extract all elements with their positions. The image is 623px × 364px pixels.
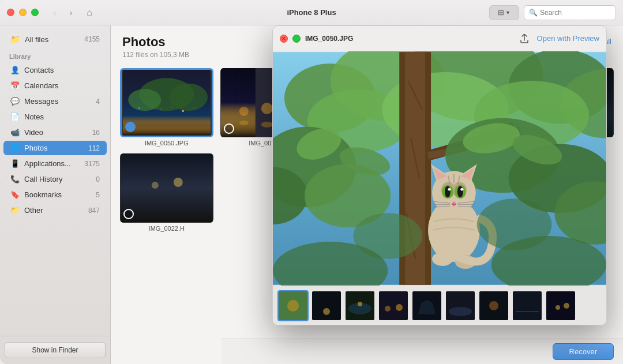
svg-point-109 bbox=[449, 307, 472, 316]
forward-button[interactable]: › bbox=[64, 6, 78, 20]
all-files-label: All files bbox=[25, 35, 80, 44]
thumbnail-8[interactable] bbox=[512, 290, 543, 321]
svg-point-41 bbox=[174, 178, 183, 187]
svg-point-8 bbox=[128, 89, 161, 111]
messages-count: 4 bbox=[96, 97, 100, 106]
thumbnail-3[interactable] bbox=[344, 290, 376, 321]
photos-label: Photos bbox=[24, 144, 84, 152]
svg-point-13 bbox=[261, 103, 272, 114]
search-bar: 🔍 bbox=[524, 5, 616, 20]
svg-point-111 bbox=[489, 301, 498, 310]
sidebar-item-video[interactable]: 📹 Video 16 bbox=[3, 125, 107, 140]
chevron-down-icon: ▼ bbox=[505, 10, 511, 16]
sidebar-item-applications[interactable]: 📱 Applications... 3175 bbox=[3, 156, 107, 171]
bookmarks-label: Bookmarks bbox=[24, 190, 91, 199]
photo-filename-6: IMG_0022.H bbox=[120, 225, 213, 232]
thumbnail-5[interactable] bbox=[411, 290, 442, 321]
page-subtitle: 112 files on 105,3 MB bbox=[122, 51, 189, 59]
photos-icon: 🌐 bbox=[10, 144, 20, 152]
sidebar-item-bookmarks[interactable]: 🔖 Bookmarks 5 bbox=[3, 187, 107, 202]
svg-rect-114 bbox=[546, 291, 575, 320]
svg-point-105 bbox=[385, 306, 391, 312]
preview-close-button[interactable]: ✕ bbox=[280, 35, 288, 43]
svg-point-115 bbox=[556, 305, 560, 310]
sidebar-item-messages[interactable]: 💬 Messages 4 bbox=[3, 94, 107, 108]
contacts-label: Contacts bbox=[24, 66, 95, 74]
svg-point-16 bbox=[261, 122, 272, 127]
thumbnail-6[interactable] bbox=[445, 290, 476, 321]
sidebar-item-calendars[interactable]: 📅 Calendars bbox=[3, 78, 107, 93]
messages-icon: 💬 bbox=[10, 97, 20, 106]
maximize-button[interactable] bbox=[31, 9, 39, 16]
call-history-count: 0 bbox=[96, 175, 100, 183]
open-with-preview-button[interactable]: Open with Preview bbox=[537, 34, 599, 43]
other-count: 847 bbox=[88, 207, 100, 215]
applications-label: Applications... bbox=[24, 159, 80, 168]
close-button[interactable] bbox=[7, 9, 14, 16]
photo-checkbox-6[interactable] bbox=[123, 209, 134, 219]
contacts-icon: 👤 bbox=[10, 66, 20, 74]
minimize-button[interactable] bbox=[19, 9, 27, 16]
thumbnail-2[interactable] bbox=[311, 290, 342, 321]
sidebar-item-photos[interactable]: 🌐 Photos 112 bbox=[3, 141, 107, 155]
thumbnail-7[interactable] bbox=[478, 290, 509, 321]
preview-share-button[interactable] bbox=[516, 31, 532, 47]
calendars-label: Calendars bbox=[24, 81, 95, 90]
photo-item-6[interactable]: IMG_0022.H bbox=[120, 153, 213, 232]
other-label: Other bbox=[24, 206, 84, 215]
sidebar-item-call-history[interactable]: 📞 Call History 0 bbox=[3, 172, 107, 186]
preview-popup: ✕ IMG_0050.JPG Open with Preview bbox=[272, 25, 607, 325]
preview-reload-button[interactable] bbox=[292, 35, 301, 43]
folder-icon: 📁 bbox=[10, 35, 20, 44]
view-toggle[interactable]: ⊞ ▼ bbox=[489, 5, 519, 20]
home-button[interactable]: ⌂ bbox=[82, 6, 96, 20]
page-title: Photos bbox=[122, 35, 189, 50]
svg-rect-104 bbox=[379, 291, 408, 320]
svg-point-79 bbox=[445, 186, 451, 197]
svg-rect-99 bbox=[312, 291, 341, 320]
recover-button[interactable]: Recover bbox=[553, 343, 614, 360]
titlebar-right: ⊞ ▼ 🔍 bbox=[489, 5, 616, 20]
svg-point-103 bbox=[358, 302, 362, 306]
show-finder-button[interactable]: Show in Finder bbox=[5, 342, 106, 358]
traffic-lights bbox=[7, 9, 39, 16]
photo-checkbox-2[interactable] bbox=[224, 123, 234, 134]
svg-point-91 bbox=[432, 252, 453, 266]
sidebar-item-all-files[interactable]: 📁 All files 4155 bbox=[3, 31, 107, 47]
preview-main-image bbox=[273, 51, 606, 286]
applications-count: 3175 bbox=[84, 160, 100, 168]
content-area: Photos 112 files on 105,3 MB Select all bbox=[111, 25, 623, 364]
thumbnail-1[interactable] bbox=[277, 290, 309, 321]
thumbnail-9[interactable] bbox=[545, 290, 576, 321]
search-input[interactable] bbox=[540, 9, 623, 17]
applications-icon: 📱 bbox=[10, 159, 20, 168]
call-history-icon: 📞 bbox=[10, 175, 20, 183]
sidebar-item-other[interactable]: 📁 Other 847 bbox=[3, 203, 107, 217]
search-icon: 🔍 bbox=[529, 9, 538, 17]
photo-checkbox-1[interactable] bbox=[125, 122, 136, 132]
notes-label: Notes bbox=[24, 112, 95, 121]
video-icon: 📹 bbox=[10, 128, 20, 137]
svg-point-82 bbox=[460, 188, 463, 191]
grid-icon: ⊞ bbox=[498, 8, 504, 17]
sidebar-footer: Show in Finder bbox=[0, 336, 110, 364]
back-button[interactable]: ‹ bbox=[48, 6, 62, 20]
svg-point-116 bbox=[564, 303, 569, 309]
svg-point-106 bbox=[396, 304, 403, 311]
svg-point-15 bbox=[239, 121, 248, 125]
bottom-bar: Recover bbox=[222, 339, 623, 364]
library-section-label: Library bbox=[0, 48, 110, 62]
sidebar-item-notes[interactable]: 📄 Notes bbox=[3, 110, 107, 124]
nav-buttons: ‹ › bbox=[48, 6, 78, 20]
svg-point-100 bbox=[323, 308, 330, 315]
svg-rect-112 bbox=[513, 291, 542, 320]
bookmarks-icon: 🔖 bbox=[10, 190, 20, 199]
photo-filename-1: IMG_0050.JPG bbox=[120, 140, 213, 147]
svg-point-12 bbox=[239, 107, 248, 116]
photos-count: 112 bbox=[88, 144, 100, 152]
sidebar-item-contacts[interactable]: 👤 Contacts bbox=[3, 63, 107, 77]
preview-filename-label: IMG_0050.JPG bbox=[305, 35, 512, 43]
messages-label: Messages bbox=[24, 97, 91, 106]
thumbnail-4[interactable] bbox=[378, 290, 409, 321]
photo-item-1[interactable]: IMG_0050.JPG bbox=[120, 68, 213, 147]
